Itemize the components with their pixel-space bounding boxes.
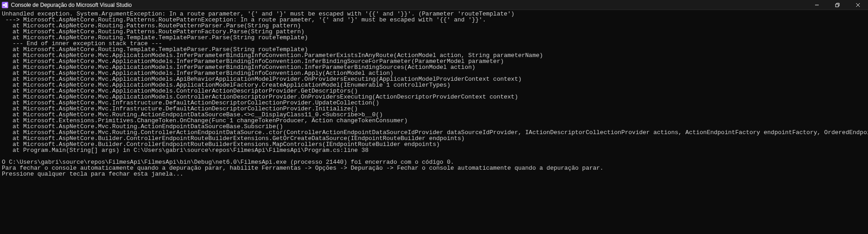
console-line: at Program.Main(String[] args) in C:\Use… [2, 147, 369, 154]
titlebar-left: Console de Depuração do Microsoft Visual… [2, 2, 132, 8]
close-button[interactable] [847, 0, 868, 10]
close-icon [856, 3, 860, 7]
minimize-button[interactable] [806, 0, 827, 10]
console-line: Pressione qualquer tecla para fechar est… [2, 171, 183, 177]
titlebar: Console de Depuração do Microsoft Visual… [0, 0, 868, 10]
window-title: Console de Depuração do Microsoft Visual… [11, 2, 132, 8]
maximize-icon [835, 3, 840, 7]
maximize-button[interactable] [827, 0, 847, 10]
vs-icon [3, 3, 7, 7]
window-controls [806, 0, 868, 10]
console-output[interactable]: Unhandled exception. System.ArgumentExce… [0, 10, 868, 178]
minimize-icon [815, 3, 819, 7]
svg-rect-1 [836, 4, 838, 7]
app-icon [2, 2, 8, 8]
